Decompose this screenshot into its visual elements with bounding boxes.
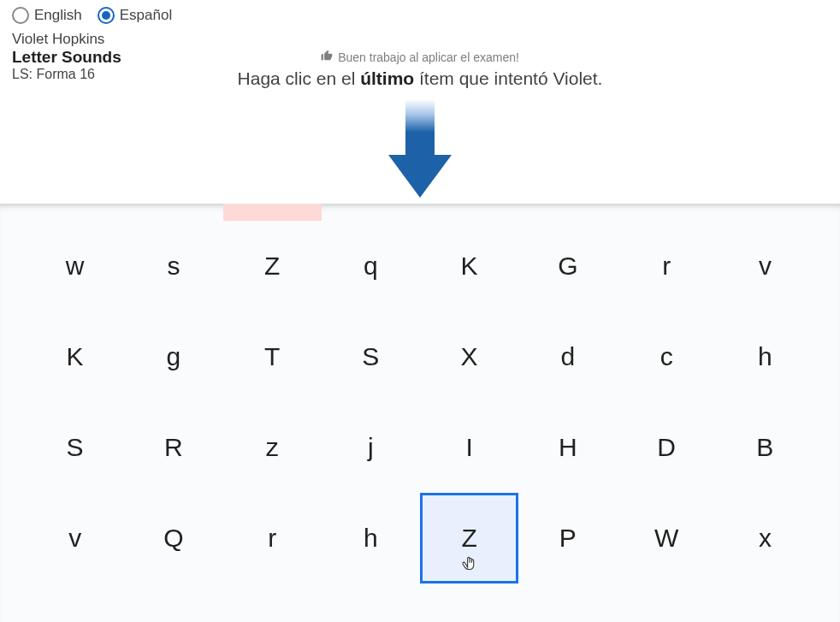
letter-cell[interactable]: q (322, 221, 420, 311)
letter-glyph: G (558, 253, 577, 279)
letter-cell[interactable]: h (322, 493, 420, 583)
letter-glyph: h (758, 344, 772, 370)
letter-glyph: Q (163, 525, 183, 551)
header-area: English Español Violet Hopkins Letter So… (0, 0, 840, 204)
letter-glyph: R (164, 435, 183, 460)
letter-glyph: d (561, 344, 576, 370)
letter-glyph: I (465, 435, 472, 460)
letter-cell[interactable]: h (716, 311, 814, 402)
svg-marker-1 (388, 155, 452, 198)
letter-cell[interactable]: S (26, 402, 124, 493)
letter-glyph: K (461, 253, 478, 279)
letter-cell[interactable]: D (618, 402, 716, 493)
letter-glyph: r (662, 253, 671, 279)
letter-cell[interactable]: W (618, 493, 716, 583)
letter-glyph: W (654, 525, 678, 551)
lang-spanish-label: Español (120, 7, 172, 24)
letter-cell[interactable]: c (618, 311, 716, 402)
letter-cell[interactable]: r (223, 493, 322, 583)
letter-glyph: B (756, 435, 773, 460)
letter-glyph: s (167, 253, 180, 279)
letter-glyph: q (364, 253, 378, 279)
letter-cell[interactable]: K (26, 311, 124, 402)
goodjob-message: Buen trabajo al aplicar el examen! (321, 50, 519, 64)
letter-glyph: Z (461, 525, 476, 551)
instruction-bold: último (360, 68, 414, 88)
lang-english-label: English (34, 7, 82, 24)
letter-cell[interactable]: G (518, 221, 617, 311)
letter-cell[interactable]: P (518, 493, 617, 583)
letter-cell[interactable]: g (124, 311, 222, 402)
letter-glyph: H (559, 435, 577, 460)
letter-cell[interactable]: I (420, 402, 518, 493)
radio-icon (98, 7, 115, 24)
instruction-text: Haga clic en el último ítem que intentó … (0, 68, 840, 89)
letter-cell[interactable]: R (124, 402, 222, 493)
instruction-block: Buen trabajo al aplicar el examen! Haga … (0, 50, 840, 89)
letter-glyph: c (660, 344, 673, 370)
letter-glyph: g (167, 344, 181, 370)
letter-cell[interactable]: X (420, 311, 518, 402)
letter-cell[interactable]: z (223, 402, 322, 493)
instruction-pre: Haga clic en el (238, 68, 361, 88)
student-name: Violet Hopkins (12, 31, 828, 48)
letter-cell[interactable]: d (518, 311, 617, 402)
letter-cell[interactable]: T (223, 311, 322, 402)
letter-glyph: j (368, 435, 374, 460)
svg-rect-0 (405, 99, 435, 159)
arrow-down-icon (388, 99, 452, 198)
letter-cell[interactable]: H (518, 402, 617, 493)
letter-cell[interactable]: x (716, 493, 814, 583)
letter-cell[interactable]: r (618, 221, 716, 311)
letter-glyph: v (68, 525, 81, 551)
letter-cell[interactable]: s (124, 221, 222, 311)
letter-cell[interactable]: v (716, 221, 814, 311)
instruction-post: ítem que intentó Violet. (414, 68, 602, 88)
hand-cursor-icon (461, 555, 477, 578)
letter-glyph: T (264, 344, 280, 370)
letter-cell[interactable]: Q (124, 493, 222, 583)
letter-glyph: w (66, 253, 85, 279)
letter-cell[interactable]: w (26, 221, 124, 311)
letter-cell[interactable]: Z (223, 221, 322, 311)
letter-glyph: S (67, 435, 84, 460)
letter-glyph: P (559, 525, 577, 551)
letter-glyph: z (266, 435, 279, 460)
goodjob-text: Buen trabajo al aplicar el examen! (338, 50, 519, 64)
radio-icon (12, 7, 29, 24)
letter-glyph: D (657, 435, 676, 460)
letter-glyph: Z (264, 253, 280, 279)
letter-cell[interactable]: j (322, 402, 420, 493)
thumbs-up-icon (321, 50, 333, 64)
lang-spanish-radio[interactable]: Español (98, 7, 172, 24)
letter-cell[interactable]: v (26, 493, 124, 583)
letter-cell[interactable]: B (716, 402, 814, 493)
letter-glyph: r (268, 525, 276, 551)
letter-glyph: X (461, 344, 478, 370)
letter-glyph: K (67, 344, 84, 370)
letter-glyph: S (362, 344, 379, 370)
letter-cell[interactable]: K (420, 221, 518, 311)
letter-glyph: x (759, 525, 772, 551)
language-toggle: English Español (12, 7, 828, 24)
letter-cell[interactable]: S (322, 311, 420, 402)
letter-glyph: v (759, 253, 772, 279)
letter-cell[interactable]: Z (420, 493, 518, 583)
lang-english-radio[interactable]: English (12, 7, 82, 24)
grid-scroll-area[interactable]: NJqvwbcswsZqKGrvKgTSXdchSRzjIHDBvQrhZPWx (0, 204, 840, 622)
letter-glyph: h (364, 525, 378, 551)
